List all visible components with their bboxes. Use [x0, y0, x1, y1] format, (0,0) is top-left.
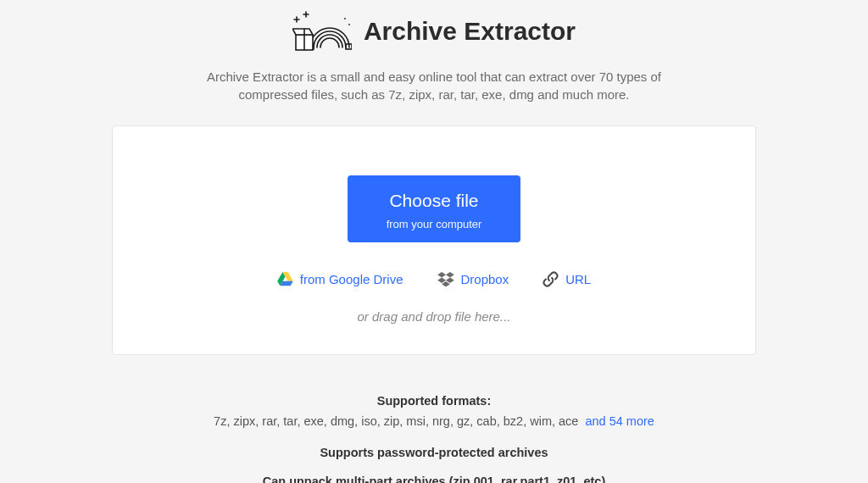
google-drive-icon — [277, 272, 293, 286]
url-button[interactable]: URL — [542, 271, 591, 287]
formats-list-text: 7z, zipx, rar, tar, exe, dmg, iso, zip, … — [214, 414, 578, 428]
supported-formats: Supported formats: 7z, zipx, rar, tar, e… — [112, 392, 756, 430]
svg-point-3 — [345, 19, 346, 19]
formats-title: Supported formats: — [112, 392, 756, 409]
google-drive-label: from Google Drive — [300, 272, 403, 286]
link-icon — [542, 271, 559, 287]
dropbox-icon — [437, 272, 454, 287]
choose-file-label: Choose file — [387, 191, 482, 211]
formats-list: 7z, zipx, rar, tar, exe, dmg, iso, zip, … — [112, 413, 756, 430]
feature-password: Supports password-protected archives — [112, 446, 756, 459]
dropbox-button[interactable]: Dropbox — [437, 272, 509, 287]
upload-card: Choose file from your computer from Goog… — [112, 125, 756, 355]
formats-more-link[interactable]: and 54 more — [585, 414, 654, 428]
page-title: Archive Extractor — [364, 17, 576, 46]
drag-drop-hint: or drag and drop file here... — [147, 309, 721, 324]
svg-point-4 — [349, 25, 350, 25]
feature-multipart: Can unpack multi-part archives (zip.001,… — [112, 475, 756, 483]
dropbox-label: Dropbox — [461, 272, 509, 286]
choose-file-sublabel: from your computer — [387, 218, 482, 230]
page-container: Archive Extractor Archive Extractor is a… — [112, 0, 756, 483]
rainbow-box-icon — [292, 10, 352, 53]
google-drive-button[interactable]: from Google Drive — [277, 272, 403, 286]
url-label: URL — [565, 272, 591, 286]
page-subtitle: Archive Extractor is a small and easy on… — [112, 68, 756, 103]
page-header: Archive Extractor — [112, 0, 756, 53]
choose-file-button[interactable]: Choose file from your computer — [348, 175, 521, 242]
alt-sources-row: from Google Drive Dropbox — [147, 271, 721, 287]
